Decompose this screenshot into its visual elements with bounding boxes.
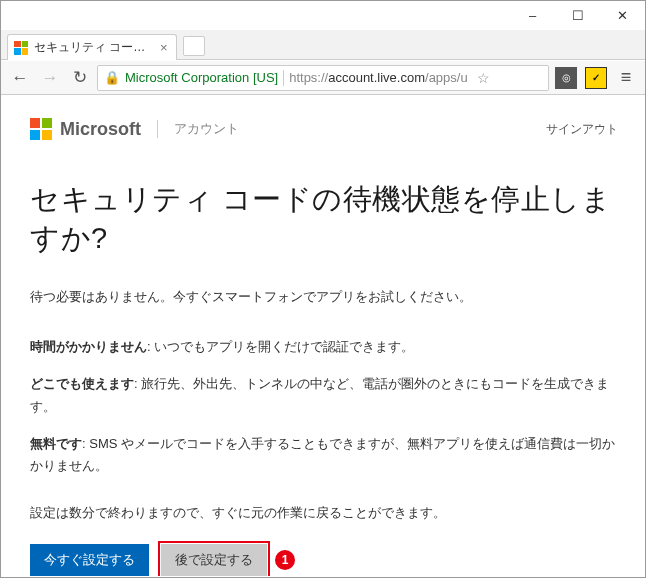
new-tab-button[interactable] — [183, 36, 205, 56]
benefit-item: どこでも使えます: 旅行先、外出先、トンネルの中など、電話が圏外のときにもコード… — [30, 373, 618, 419]
annotation-badge: 1 — [275, 550, 295, 570]
browser-tabstrip: セキュリティ コードの待機状態 × — [1, 30, 645, 60]
tab-title: セキュリティ コードの待機状態 — [34, 39, 154, 56]
brand-section: アカウント — [174, 120, 239, 138]
brand-name: Microsoft — [60, 119, 141, 140]
address-bar[interactable]: 🔒 Microsoft Corporation [US] https://acc… — [97, 65, 549, 91]
separator — [157, 120, 158, 138]
norton-icon: ✓ — [585, 67, 607, 89]
button-row: 今すぐ設定する 後で設定する 1 — [30, 544, 618, 576]
ev-cert-label: Microsoft Corporation [US] — [125, 70, 278, 85]
nav-forward-button[interactable]: → — [37, 65, 63, 91]
lock-icon: 🔒 — [104, 70, 120, 85]
page-viewport[interactable]: Microsoft アカウント サインアウト セキュリティ コードの待機状態を停… — [2, 96, 644, 576]
browser-tab[interactable]: セキュリティ コードの待機状態 × — [7, 34, 177, 60]
nav-back-button[interactable]: ← — [7, 65, 33, 91]
window-minimize-button[interactable]: – — [510, 1, 555, 30]
bookmark-star-icon[interactable]: ☆ — [473, 70, 490, 86]
setup-later-button[interactable]: 後で設定する — [161, 544, 267, 576]
window-close-button[interactable]: ✕ — [600, 1, 645, 30]
signout-link[interactable]: サインアウト — [546, 121, 618, 138]
benefit-item: 無料です: SMS やメールでコードを入手することもできますが、無料アプリを使え… — [30, 433, 618, 479]
lead-text: 待つ必要はありません。今すぐスマートフォンでアプリをお試しください。 — [30, 286, 618, 308]
tab-close-icon[interactable]: × — [160, 40, 168, 55]
browser-toolbar: ← → ↻ 🔒 Microsoft Corporation [US] https… — [1, 61, 645, 95]
extension-norton-button[interactable]: ✓ — [583, 65, 609, 91]
page-content: Microsoft アカウント サインアウト セキュリティ コードの待機状態を停… — [2, 96, 644, 576]
window-maximize-button[interactable]: ☐ — [555, 1, 600, 30]
separator — [283, 70, 284, 86]
page-title: セキュリティ コードの待機状態を停止しますか? — [30, 180, 618, 258]
footnote-text: 設定は数分で終わりますので、すぐに元の作業に戻ることができます。 — [30, 502, 618, 524]
browser-menu-button[interactable]: ≡ — [613, 65, 639, 91]
window-titlebar: – ☐ ✕ — [1, 1, 645, 31]
extension-button-1[interactable]: ◎ — [553, 65, 579, 91]
brand-block: Microsoft アカウント — [30, 118, 239, 140]
microsoft-favicon-icon — [14, 41, 28, 55]
benefit-item: 時間がかかりません: いつでもアプリを開くだけで認証できます。 — [30, 336, 618, 359]
url-text: https://account.live.com/apps/u — [289, 70, 468, 85]
setup-now-button[interactable]: 今すぐ設定する — [30, 544, 149, 576]
page-header: Microsoft アカウント サインアウト — [30, 118, 618, 140]
nav-reload-button[interactable]: ↻ — [67, 65, 93, 91]
extension-icon: ◎ — [555, 67, 577, 89]
microsoft-logo-icon — [30, 118, 52, 140]
